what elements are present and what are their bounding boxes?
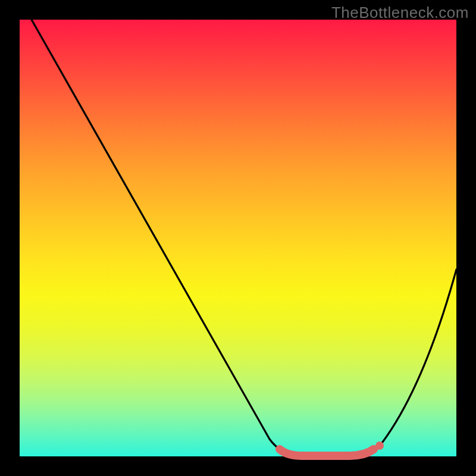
bottleneck-curve [32, 20, 456, 455]
chart-frame: TheBottleneck.com [0, 0, 476, 476]
flat-region-end-dot [375, 441, 384, 450]
watermark-text: TheBottleneck.com [331, 4, 469, 22]
flat-region-marker [280, 449, 374, 456]
bottleneck-curve-svg [20, 20, 456, 456]
